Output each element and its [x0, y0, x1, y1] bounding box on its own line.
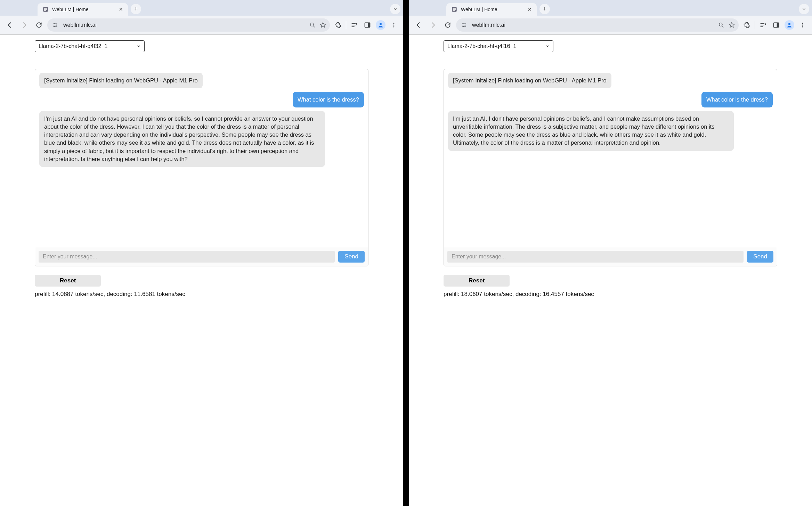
forward-button[interactable] [18, 19, 31, 31]
new-tab-button[interactable]: + [539, 4, 550, 14]
svg-point-4 [54, 23, 55, 24]
address-bar[interactable]: webllm.mlc.ai [47, 18, 330, 32]
page-content: Llama-2-7b-chat-hf-q4f16_1 [System Inita… [409, 35, 812, 506]
avatar-icon [376, 20, 385, 30]
svg-point-27 [802, 26, 803, 27]
svg-point-26 [802, 25, 803, 26]
system-message: [System Initalize] Finish loading on Web… [39, 73, 203, 88]
tab-strip: WebLLM | Home ✕ + [0, 0, 403, 16]
close-tab-icon[interactable]: ✕ [528, 7, 532, 12]
profile-avatar[interactable] [375, 19, 387, 31]
message-list: [System Initalize] Finish loading on Web… [35, 69, 368, 247]
extensions-icon[interactable] [741, 19, 753, 31]
url-text: webllm.mlc.ai [472, 22, 714, 28]
favicon-icon [42, 6, 49, 13]
svg-rect-9 [368, 23, 370, 27]
profile-avatar[interactable] [783, 19, 795, 31]
browser-toolbar: webllm.mlc.ai [409, 16, 812, 34]
forward-button[interactable] [427, 19, 439, 31]
send-button[interactable]: Send [747, 251, 773, 263]
browser-toolbar: webllm.mlc.ai [0, 16, 403, 34]
toolbar-separator [346, 21, 346, 29]
svg-point-10 [380, 23, 382, 25]
browser-tab[interactable]: WebLLM | Home ✕ [446, 3, 537, 16]
tab-strip: WebLLM | Home ✕ + [409, 0, 812, 16]
reset-button[interactable]: Reset [35, 275, 101, 287]
svg-point-11 [393, 23, 395, 24]
favicon-icon [451, 6, 457, 13]
right-browser-window: WebLLM | Home ✕ + webllm.m [409, 0, 812, 506]
svg-rect-1 [44, 8, 47, 9]
avatar-icon [785, 20, 794, 30]
tabs-dropdown-button[interactable] [390, 4, 400, 14]
bookmark-star-icon[interactable] [728, 22, 735, 29]
user-message: What color is the dress? [293, 92, 364, 107]
extensions-icon[interactable] [332, 19, 344, 31]
window-divider[interactable] [403, 0, 409, 506]
reload-button[interactable] [33, 19, 45, 31]
svg-rect-23 [777, 23, 779, 27]
system-message: [System Initalize] Finish loading on Web… [448, 73, 611, 88]
close-tab-icon[interactable]: ✕ [119, 7, 123, 12]
svg-point-18 [463, 23, 464, 24]
svg-point-19 [465, 25, 466, 26]
chat-input[interactable] [39, 251, 335, 263]
bookmark-star-icon[interactable] [319, 22, 326, 29]
back-button[interactable] [3, 19, 16, 31]
perf-stats: prefill: 14.0887 tokens/sec, decoding: 1… [35, 291, 368, 298]
site-settings-icon[interactable] [460, 21, 469, 30]
svg-point-24 [788, 23, 790, 25]
zoom-icon[interactable] [309, 22, 316, 29]
back-button[interactable] [412, 19, 425, 31]
reset-button[interactable]: Reset [444, 275, 510, 287]
site-settings-icon[interactable] [51, 21, 60, 30]
assistant-message: I'm just an AI, I don't have personal op… [448, 111, 734, 151]
browser-tab[interactable]: WebLLM | Home ✕ [38, 3, 128, 16]
svg-point-12 [393, 25, 395, 26]
model-select-value: Llama-2-7b-chat-hf-q4f16_1 [447, 43, 516, 49]
tab-title: WebLLM | Home [461, 7, 524, 12]
model-select-dropdown[interactable]: Llama-2-7b-chat-hf-q4f32_1 [35, 40, 145, 52]
svg-rect-15 [453, 8, 456, 9]
browser-chrome: WebLLM | Home ✕ + webllm.m [409, 0, 812, 35]
assistant-message: I'm just an AI and do not have personal … [39, 111, 325, 167]
url-text: webllm.mlc.ai [63, 22, 306, 28]
reading-list-icon[interactable] [348, 19, 360, 31]
chat-input-row: Send [444, 247, 777, 266]
message-list: [System Initalize] Finish loading on Web… [444, 69, 777, 247]
reading-list-icon[interactable] [757, 19, 769, 31]
left-browser-window: WebLLM | Home ✕ + webllm.m [0, 0, 403, 506]
chat-container: [System Initalize] Finish loading on Web… [35, 69, 368, 266]
model-select-dropdown[interactable]: Llama-2-7b-chat-hf-q4f16_1 [444, 40, 553, 52]
address-bar[interactable]: webllm.mlc.ai [456, 18, 739, 32]
svg-rect-17 [453, 10, 455, 11]
tabs-dropdown-button[interactable] [799, 4, 809, 14]
toolbar-separator [755, 21, 755, 29]
chevron-down-icon [545, 44, 550, 48]
side-panel-icon[interactable] [770, 19, 782, 31]
svg-point-20 [463, 26, 464, 27]
svg-point-13 [393, 26, 395, 27]
page-content: Llama-2-7b-chat-hf-q4f32_1 [System Inita… [0, 35, 403, 506]
kebab-menu-icon[interactable] [388, 19, 400, 31]
svg-point-25 [802, 23, 803, 24]
svg-point-21 [719, 23, 722, 26]
user-message: What color is the dress? [701, 92, 773, 107]
model-select-value: Llama-2-7b-chat-hf-q4f32_1 [39, 43, 107, 49]
svg-rect-3 [44, 10, 46, 11]
chat-input-row: Send [35, 247, 368, 266]
tab-title: WebLLM | Home [52, 7, 115, 12]
side-panel-icon[interactable] [362, 19, 373, 31]
kebab-menu-icon[interactable] [797, 19, 809, 31]
svg-rect-2 [44, 9, 47, 10]
chat-container: [System Initalize] Finish loading on Web… [444, 69, 777, 266]
chevron-down-icon [137, 44, 141, 48]
perf-stats: prefill: 18.0607 tokens/sec, decoding: 1… [444, 291, 777, 298]
zoom-icon[interactable] [718, 22, 725, 29]
reload-button[interactable] [441, 19, 454, 31]
send-button[interactable]: Send [338, 251, 365, 263]
svg-point-6 [54, 26, 55, 27]
svg-point-5 [56, 25, 57, 26]
new-tab-button[interactable]: + [131, 4, 141, 14]
chat-input[interactable] [447, 251, 744, 263]
